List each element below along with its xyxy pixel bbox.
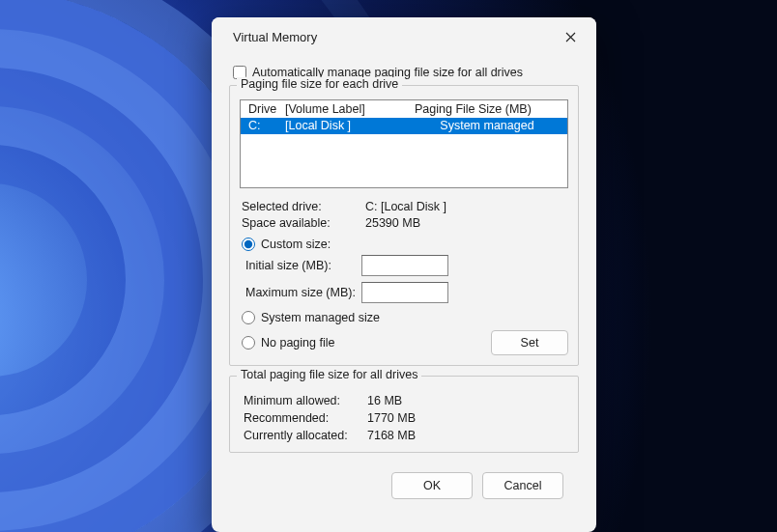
set-button[interactable]: Set (491, 330, 568, 355)
custom-size-radio[interactable] (242, 238, 255, 251)
no-paging-row[interactable]: No paging file (240, 336, 491, 350)
currently-allocated-label: Currently allocated: (244, 429, 367, 442)
recommended-label: Recommended: (244, 411, 367, 425)
space-available-value: 25390 MB (365, 216, 568, 230)
max-size-input[interactable] (361, 282, 448, 303)
drive-row-size: System managed (415, 119, 560, 132)
header-size: Paging File Size (MB) (415, 102, 560, 116)
drive-list[interactable]: Drive [Volume Label] Paging File Size (M… (240, 99, 568, 188)
drive-row[interactable]: C: [Local Disk ] System managed (241, 118, 567, 134)
drive-row-volume: [Local Disk ] (285, 119, 415, 132)
max-size-label: Maximum size (MB): (245, 286, 361, 299)
no-paging-set-row: No paging file Set (240, 330, 568, 355)
custom-size-row[interactable]: Custom size: (240, 238, 568, 251)
space-available-label: Space available: (242, 216, 365, 230)
cancel-button[interactable]: Cancel (482, 472, 563, 499)
drive-fieldset-legend: Paging file size for each drive (237, 77, 402, 91)
ok-button[interactable]: OK (391, 472, 473, 499)
close-button[interactable] (550, 21, 590, 52)
no-paging-radio[interactable] (242, 336, 255, 350)
selected-drive-label: Selected drive: (242, 200, 365, 213)
selected-drive-info: Selected drive: C: [Local Disk ] Space a… (240, 200, 568, 230)
virtual-memory-dialog: Virtual Memory Automatically manage pagi… (212, 17, 596, 532)
min-allowed-value: 16 MB (367, 394, 568, 407)
system-managed-label: System managed size (261, 311, 380, 324)
close-icon (565, 32, 576, 42)
drive-row-drive: C: (248, 119, 285, 132)
size-grid: Initial size (MB): Maximum size (MB): (240, 255, 568, 303)
totals-grid: Minimum allowed: 16 MB Recommended: 1770… (240, 394, 568, 442)
header-drive: Drive (248, 102, 285, 116)
selected-drive-value: C: [Local Disk ] (365, 200, 568, 213)
min-allowed-label: Minimum allowed: (244, 394, 367, 407)
drive-fieldset: Paging file size for each drive Drive [V… (229, 85, 579, 366)
initial-size-input[interactable] (361, 255, 448, 276)
header-volume: [Volume Label] (285, 102, 415, 116)
custom-size-label: Custom size: (261, 238, 331, 251)
drive-list-header: Drive [Volume Label] Paging File Size (M… (241, 100, 567, 118)
totals-legend: Total paging file size for all drives (237, 368, 421, 381)
system-managed-radio[interactable] (242, 311, 255, 324)
initial-size-label: Initial size (MB): (245, 259, 361, 272)
recommended-value: 1770 MB (367, 411, 568, 425)
window-title: Virtual Memory (233, 30, 550, 44)
dialog-footer: OK Cancel (229, 462, 579, 499)
totals-fieldset: Total paging file size for all drives Mi… (229, 376, 579, 453)
system-managed-row[interactable]: System managed size (240, 311, 568, 324)
currently-allocated-value: 7168 MB (367, 429, 568, 442)
dialog-content: Automatically manage paging file size fo… (212, 56, 596, 532)
titlebar: Virtual Memory (212, 17, 596, 56)
no-paging-label: No paging file (261, 336, 334, 350)
